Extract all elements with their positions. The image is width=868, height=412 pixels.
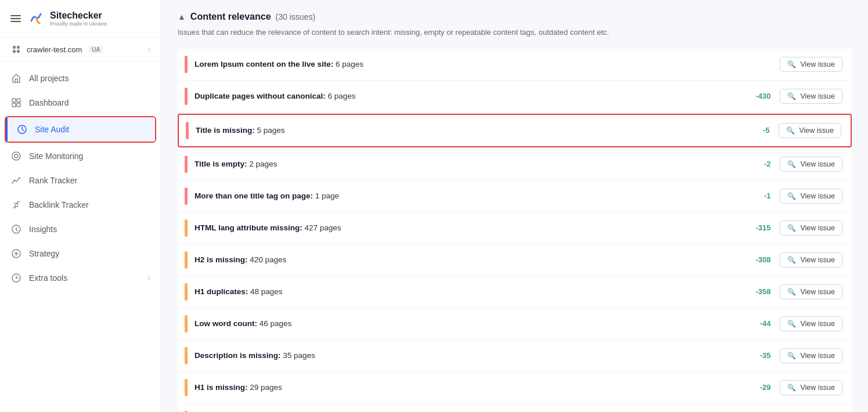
sidebar-header: Sitechecker Proudly made in Ukraine xyxy=(0,0,161,38)
search-btn-icon: 🔍 xyxy=(787,92,796,100)
view-issue-label: View issue xyxy=(800,352,835,360)
severity-indicator xyxy=(185,187,188,205)
sidebar-item-strategy[interactable]: Strategy xyxy=(0,241,161,266)
issue-text: Lorem Ipsum content on the live site: 6 … xyxy=(195,60,741,68)
sidebar-item-backlink-tracker[interactable]: Backlink Tracker xyxy=(0,193,161,217)
extra-tools-chevron-icon: › xyxy=(148,274,150,282)
issue-text: H1 is missing: 29 pages xyxy=(195,383,741,392)
extra-tools-icon xyxy=(10,272,22,284)
issue-row: H1 is missing: 29 pages-29🔍View issue xyxy=(178,372,852,404)
severity-indicator xyxy=(185,251,188,269)
view-issue-label: View issue xyxy=(800,92,835,100)
view-issue-button[interactable]: 🔍View issue xyxy=(780,157,842,172)
view-issue-label: View issue xyxy=(799,127,834,135)
project-icon xyxy=(10,44,22,55)
view-issue-button[interactable]: 🔍View issue xyxy=(780,57,842,72)
svg-point-11 xyxy=(15,154,18,158)
search-btn-icon: 🔍 xyxy=(787,288,796,296)
backlink-icon xyxy=(10,199,22,211)
collapse-icon[interactable]: ▲ xyxy=(178,12,186,21)
severity-indicator xyxy=(186,122,189,139)
view-issue-label: View issue xyxy=(800,288,835,296)
search-btn-icon: 🔍 xyxy=(787,256,796,264)
site-audit-highlight-box: Site Audit xyxy=(5,116,156,143)
monitoring-icon xyxy=(10,150,22,162)
sidebar: Sitechecker Proudly made in Ukraine craw… xyxy=(0,0,161,412)
sidebar-item-label: Strategy xyxy=(29,249,59,258)
issue-score: -358 xyxy=(741,287,770,296)
view-issue-button[interactable]: 🔍View issue xyxy=(780,284,842,299)
sidebar-item-extra-tools[interactable]: Extra tools › xyxy=(0,266,161,290)
view-issue-label: View issue xyxy=(800,60,835,68)
issue-score: -5 xyxy=(740,126,769,135)
issue-score: -315 xyxy=(741,223,770,232)
severity-indicator xyxy=(185,283,188,301)
issue-text: More than one title tag on page: 1 page xyxy=(195,191,741,200)
issue-score: -308 xyxy=(741,255,770,264)
issue-score: -1 xyxy=(741,191,770,200)
search-btn-icon: 🔍 xyxy=(787,224,796,232)
sidebar-item-site-monitoring[interactable]: Site Monitoring xyxy=(0,144,161,168)
issue-score: -430 xyxy=(741,92,770,100)
search-btn-icon: 🔍 xyxy=(787,384,796,392)
issues-list: Lorem Ipsum content on the live site: 6 … xyxy=(178,49,852,413)
issue-text: Duplicate pages without canonical: 6 pag… xyxy=(195,92,741,100)
issue-row: Title is empty: 2 pages-2🔍View issue xyxy=(178,149,852,180)
rank-icon xyxy=(10,175,22,186)
issue-score: -2 xyxy=(741,160,770,168)
issue-text: HTML lang attribute missing: 427 pages xyxy=(195,223,741,232)
sidebar-item-label: Extra tools xyxy=(29,273,67,283)
view-issue-button[interactable]: 🔍View issue xyxy=(780,252,842,268)
issue-text: Low word count: 46 pages xyxy=(195,319,741,328)
severity-indicator xyxy=(185,379,188,396)
view-issue-label: View issue xyxy=(800,384,835,392)
severity-indicator xyxy=(185,219,188,237)
section-description: Issues that can reduce the relevance of … xyxy=(178,27,852,38)
view-issue-button[interactable]: 🔍View issue xyxy=(779,123,841,138)
view-issue-label: View issue xyxy=(800,160,835,168)
issue-row: H2 is missing: 420 pages-308🔍View issue xyxy=(178,244,852,276)
sidebar-item-all-projects[interactable]: All projects xyxy=(0,66,161,91)
section-count: (30 issues) xyxy=(276,12,315,21)
view-issue-label: View issue xyxy=(800,320,835,328)
view-issue-button[interactable]: 🔍View issue xyxy=(780,316,842,331)
view-issue-label: View issue xyxy=(800,256,835,264)
issue-score: -44 xyxy=(741,319,770,328)
sidebar-item-site-audit[interactable]: Site Audit xyxy=(6,117,155,142)
project-name: crawler-test.com xyxy=(27,45,82,54)
svg-rect-6 xyxy=(17,99,20,102)
app-tagline: Proudly made in Ukraine xyxy=(50,21,107,27)
project-selector[interactable]: crawler-test.com UA › xyxy=(0,38,161,62)
issue-text: Title is missing: 5 pages xyxy=(196,126,740,135)
search-btn-icon: 🔍 xyxy=(787,352,796,360)
sidebar-item-label: Dashboard xyxy=(29,98,69,107)
severity-indicator xyxy=(185,347,188,364)
svg-rect-4 xyxy=(17,50,20,53)
logo-area: Sitechecker Proudly made in Ukraine xyxy=(27,9,107,28)
view-issue-button[interactable]: 🔍View issue xyxy=(780,380,842,395)
svg-rect-8 xyxy=(17,103,20,107)
logo-icon xyxy=(27,9,45,28)
section-header: ▲ Content relevance (30 issues) xyxy=(178,12,852,22)
view-issue-button[interactable]: 🔍View issue xyxy=(780,189,842,204)
view-issue-button[interactable]: 🔍View issue xyxy=(780,348,842,363)
issue-row: HTML lang attribute missing: 427 pages-3… xyxy=(178,212,852,244)
sidebar-item-dashboard[interactable]: Dashboard xyxy=(0,91,161,115)
search-btn-icon: 🔍 xyxy=(787,160,796,168)
view-issue-button[interactable]: 🔍View issue xyxy=(780,221,842,236)
search-btn-icon: 🔍 xyxy=(786,127,795,135)
svg-point-10 xyxy=(12,152,20,160)
sidebar-item-label: Site Audit xyxy=(35,125,69,134)
sidebar-item-insights[interactable]: Insights xyxy=(0,217,161,241)
severity-indicator xyxy=(185,88,188,105)
view-issue-button[interactable]: 🔍View issue xyxy=(780,89,842,104)
strategy-icon xyxy=(10,248,22,259)
sidebar-item-rank-tracker[interactable]: Rank Tracker xyxy=(0,168,161,193)
severity-indicator xyxy=(185,315,188,333)
sidebar-item-label: Backlink Tracker xyxy=(29,200,89,209)
sidebar-item-label: Rank Tracker xyxy=(29,176,77,185)
issue-text: H1 duplicates: 48 pages xyxy=(195,287,741,296)
svg-rect-3 xyxy=(13,50,16,53)
issue-row: More than one title tag on page: 1 page-… xyxy=(178,180,852,212)
hamburger-menu[interactable] xyxy=(10,15,21,22)
